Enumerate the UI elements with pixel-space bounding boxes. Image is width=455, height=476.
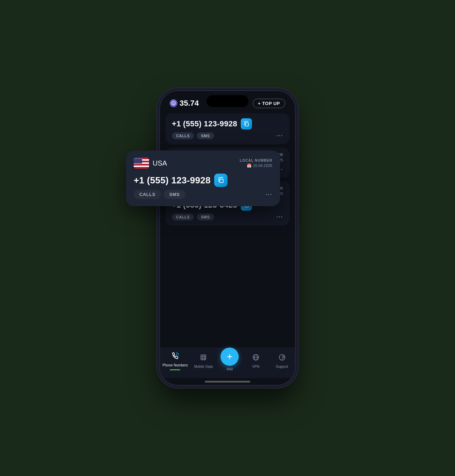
tab-label-support: Support [276,365,288,369]
balance-display: $ 35.74 [170,99,199,108]
tags-usa-bottom: CALLS SMS [172,214,214,220]
floating-phone-number: +1 (555) 123-9928 [134,175,211,186]
tags-top: CALLS SMS [172,132,214,139]
balance-amount: 35.74 [180,99,199,108]
floating-card-usa: USA LOCAL NUMBER 📅 15.04.2025 +1 (555) 1… [126,150,280,206]
more-button-usa-bottom[interactable]: ··· [276,214,283,220]
phone-numbers-icon [171,352,179,362]
home-indicator-bar [205,381,250,383]
phone-frame: $ 35.74 + TOP UP +1 (555) 123-9928 [159,90,296,386]
vpn-icon [252,354,260,363]
add-button[interactable]: + [220,348,239,366]
tab-label-vpn: VPN [252,365,260,369]
mobile-data-icon [200,354,207,363]
active-indicator [170,369,180,370]
tag-sms-usa-bottom: SMS [197,214,214,220]
floating-calendar-icon: 📅 [247,163,252,168]
more-button-top[interactable]: ··· [276,133,283,139]
support-icon [278,354,286,363]
tab-label-mobile-data: Mobile Data [194,365,213,369]
tags-row-top: CALLS SMS ··· [172,132,283,139]
floating-tags-row: CALLS SMS ··· [134,190,272,199]
number-card-top: +1 (555) 123-9928 CALLS SMS [166,113,289,144]
svg-rect-4 [201,355,206,360]
tab-add[interactable]: + Add [219,351,240,371]
number-row-top: +1 (555) 123-9928 [172,118,283,130]
floating-expiry: 📅 15.04.2025 [240,163,272,168]
tag-sms-top: SMS [197,132,214,139]
svg-rect-2 [245,123,248,126]
phone-number-top: +1 (555) 123-9928 [172,119,237,128]
floating-number-row: +1 (555) 123-9928 [134,174,272,187]
balance-icon: $ [170,99,177,107]
copy-button-top[interactable] [241,118,252,130]
floating-more-button[interactable]: ··· [266,191,272,198]
floating-tag-sms: SMS [164,190,186,199]
floating-tags: CALLS SMS [134,190,186,199]
floating-local-number-label: LOCAL NUMBER [240,159,272,162]
floating-country-name: USA [153,159,167,167]
tab-vpn[interactable]: VPN [245,354,266,369]
tag-calls-top: CALLS [172,132,194,139]
tab-support[interactable]: Support [272,354,293,369]
content-area: +1 (555) 123-9928 CALLS SMS [160,111,295,348]
dynamic-island [206,95,248,107]
svg-text:$: $ [173,103,174,105]
floating-expiry-date: 15.04.2025 [253,163,272,168]
svg-rect-14 [219,179,223,183]
tab-bar: Phone Numbers Mobile Data [160,348,295,378]
tags-row-usa-bottom: CALLS SMS ··· [172,214,283,220]
top-up-button[interactable]: + TOP UP [253,99,285,108]
floating-tag-calls: CALLS [134,190,161,199]
floating-card-header: USA LOCAL NUMBER 📅 15.04.2025 [134,158,272,169]
floating-number-type: LOCAL NUMBER 📅 15.04.2025 [240,159,272,168]
home-indicator [160,378,295,385]
scene: $ 35.74 + TOP UP +1 (555) 123-9928 [136,46,318,430]
tag-calls-usa-bottom: CALLS [172,214,194,220]
flag-usa-floating [134,158,149,169]
floating-country-info: USA [134,158,167,169]
tab-label-phone-numbers: Phone Numbers [162,363,188,367]
tab-label-add: Add [226,367,233,371]
svg-point-13 [282,359,282,359]
add-icon: + [227,352,232,362]
floating-copy-button[interactable] [214,174,227,187]
tab-phone-numbers[interactable]: Phone Numbers [162,352,188,370]
tab-mobile-data[interactable]: Mobile Data [193,354,214,369]
